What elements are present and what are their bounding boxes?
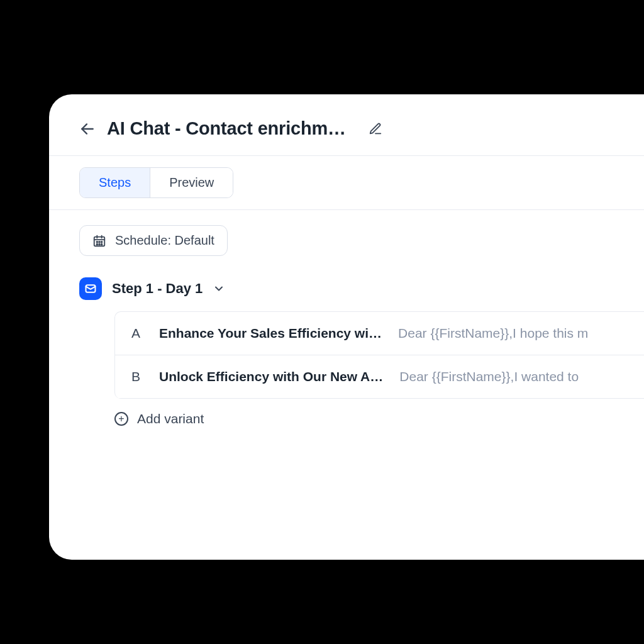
tab-steps[interactable]: Steps bbox=[80, 168, 150, 197]
edit-pencil-icon[interactable] bbox=[369, 122, 382, 136]
add-variant-button[interactable]: + Add variant bbox=[114, 411, 204, 426]
chevron-down-icon bbox=[213, 282, 225, 295]
schedule-label: Schedule: Default bbox=[115, 233, 214, 248]
variant-subject: Unlock Efficiency with Our New A… bbox=[159, 369, 383, 384]
svg-point-6 bbox=[99, 241, 100, 242]
tabs-row: Steps Preview bbox=[49, 156, 644, 209]
variant-subject: Enhance Your Sales Efficiency wi… bbox=[159, 326, 382, 341]
step-title: Step 1 - Day 1 bbox=[112, 280, 203, 297]
campaign-editor-card: AI Chat - Contact enrichm… Contacts Step… bbox=[49, 94, 644, 560]
tab-preview[interactable]: Preview bbox=[150, 168, 233, 197]
svg-point-7 bbox=[101, 241, 103, 242]
step-header[interactable]: Step 1 - Day 1 bbox=[79, 277, 644, 300]
svg-point-9 bbox=[99, 243, 100, 245]
calendar-icon bbox=[92, 234, 106, 248]
view-toggle: Steps Preview bbox=[79, 167, 233, 198]
svg-point-5 bbox=[96, 241, 97, 242]
add-variant-label: Add variant bbox=[137, 411, 204, 426]
svg-point-10 bbox=[101, 243, 103, 245]
mail-icon bbox=[79, 277, 102, 300]
page-title: AI Chat - Contact enrichm… bbox=[107, 118, 346, 139]
schedule-chip[interactable]: Schedule: Default bbox=[79, 225, 228, 256]
back-arrow-icon[interactable] bbox=[79, 121, 96, 137]
header-bar: AI Chat - Contact enrichm… Contacts bbox=[49, 94, 644, 155]
variant-preview: Dear {{FirstName}},I wanted to bbox=[399, 369, 579, 384]
variant-row[interactable]: B Unlock Efficiency with Our New A… Dear… bbox=[115, 355, 644, 399]
variant-row[interactable]: A Enhance Your Sales Efficiency wi… Dear… bbox=[115, 312, 644, 355]
editor-body: Schedule: Default Step 1 - Day 1 bbox=[49, 210, 644, 441]
step-block: Step 1 - Day 1 A Enhance Your Sales Effi… bbox=[79, 277, 644, 426]
variants-list: A Enhance Your Sales Efficiency wi… Dear… bbox=[114, 311, 644, 399]
variant-preview: Dear {{FirstName}},I hope this m bbox=[398, 326, 588, 341]
variant-letter: B bbox=[131, 369, 143, 384]
svg-point-8 bbox=[96, 243, 97, 245]
plus-circle-icon: + bbox=[114, 412, 128, 426]
variant-letter: A bbox=[131, 326, 143, 341]
